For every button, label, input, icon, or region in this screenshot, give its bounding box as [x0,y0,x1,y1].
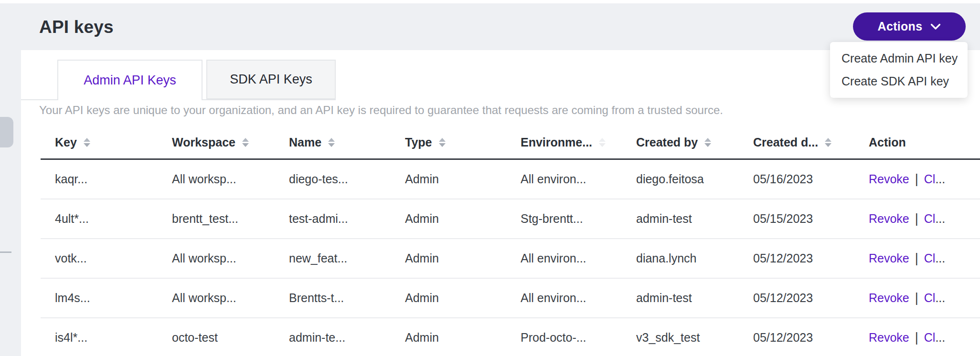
tab-admin-api-keys[interactable]: Admin API Keys [57,60,202,100]
column-header-type[interactable]: Type [391,126,506,158]
revoke-link[interactable]: Revoke [869,291,909,305]
column-header-label: Workspace [172,136,235,149]
table-row: 4ult*... brentt_test... test-admi... Adm… [41,199,980,239]
column-header-label: Created by [636,136,698,149]
cell-key: votk... [41,239,158,278]
tab-label: Admin API Keys [84,73,176,88]
cell-type: Admin [391,318,506,356]
table-row: is4l*... octo-test admin-te... Admin Pro… [41,318,980,356]
cell-action: Revoke | Cl ... [854,239,980,278]
column-header-label: Type [405,136,432,149]
tab-bar: Admin API Keys SDK API Keys [21,60,336,100]
cell-created-by: admin-test [622,279,739,317]
page-title: API keys [39,17,114,37]
column-header-action: Action [854,126,980,158]
revoke-link[interactable]: Revoke [869,251,909,265]
sort-icon[interactable] [825,138,831,147]
column-header-key[interactable]: Key [41,126,158,158]
actions-menu: Create Admin API keyCreate SDK API key [830,42,968,98]
cell-key: lm4s... [41,279,158,317]
tab-label: SDK API Keys [230,72,312,87]
revoke-link[interactable]: Revoke [869,172,909,186]
cell-name: diego-tes... [275,160,391,199]
clone-link[interactable]: Cl [924,251,936,265]
column-header-environme[interactable]: Environme... [506,126,622,158]
column-header-created-by[interactable]: Created by [622,126,739,158]
tab-sdk-api-keys[interactable]: SDK API Keys [206,60,336,99]
scrollbar-thumb[interactable] [0,117,13,147]
clone-link[interactable]: Cl [924,291,936,305]
menu-item-label: Create Admin API key [842,52,958,65]
cell-type: Admin [391,279,506,317]
clone-ellipsis: ... [935,291,945,305]
cell-environment: Stg-brentt... [506,199,622,238]
clone-ellipsis: ... [935,251,945,265]
action-separator: | [915,330,918,345]
cell-name: test-admi... [275,199,391,238]
column-header-label: Action [869,136,906,149]
menu-item-create-admin-api-key[interactable]: Create Admin API key [830,47,968,70]
column-header-workspace[interactable]: Workspace [158,126,275,158]
cell-environment: Prod-octo-... [506,318,622,356]
action-separator: | [915,172,918,187]
column-header-created-d[interactable]: Created d... [739,126,854,158]
menu-item-create-sdk-api-key[interactable]: Create SDK API key [830,70,968,93]
cell-name: Brentts-t... [275,279,391,317]
cell-workspace: brentt_test... [158,199,275,238]
api-keys-table: Key Workspace Name Type Environme... Cre… [41,126,980,356]
cell-workspace: All worksp... [158,160,275,199]
menu-item-label: Create SDK API key [842,74,949,88]
cell-created-date: 05/12/2023 [739,239,854,278]
cell-workspace: All worksp... [158,239,275,278]
left-edge-divider [0,251,11,253]
cell-type: Admin [391,199,506,238]
sort-icon[interactable] [439,138,446,147]
cell-key: 4ult*... [41,199,158,238]
action-separator: | [915,251,918,266]
clone-link[interactable]: Cl [924,172,936,186]
cell-action: Revoke | Cl ... [854,318,980,356]
cell-action: Revoke | Cl ... [854,160,980,199]
revoke-link[interactable]: Revoke [869,331,909,345]
sort-icon[interactable] [704,138,711,147]
cell-created-date: 05/12/2023 [739,318,854,356]
clone-ellipsis: ... [935,331,945,345]
cell-action: Revoke | Cl ... [854,279,980,317]
cell-type: Admin [391,239,506,278]
clone-ellipsis: ... [935,172,945,186]
table-body: kaqr... All worksp... diego-tes... Admin… [41,160,980,356]
action-separator: | [915,291,918,305]
column-header-label: Key [55,136,77,149]
cell-created-by: v3_sdk_test [622,318,739,356]
actions-button-label: Actions [878,20,923,33]
sort-icon[interactable] [84,138,90,147]
table-header-row: Key Workspace Name Type Environme... Cre… [41,126,980,160]
clone-link[interactable]: Cl [924,331,936,345]
cell-name: admin-te... [275,318,391,356]
clone-ellipsis: ... [935,212,945,226]
column-header-label: Name [289,136,321,149]
cell-action: Revoke | Cl ... [854,199,980,238]
cell-environment: All environ... [506,279,622,317]
sort-icon[interactable] [328,138,335,147]
sort-icon[interactable] [242,138,249,147]
sort-icon[interactable] [599,138,606,147]
cell-environment: All environ... [506,160,622,199]
cell-environment: All environ... [506,239,622,278]
column-header-label: Created d... [753,136,818,149]
column-header-name[interactable]: Name [275,126,391,158]
revoke-link[interactable]: Revoke [869,212,909,226]
actions-button[interactable]: Actions [853,12,966,41]
cell-created-by: diana.lynch [622,239,739,278]
chevron-down-icon [930,23,941,30]
cell-created-by: admin-test [622,199,739,238]
table-row: lm4s... All worksp... Brentts-t... Admin… [41,279,980,318]
cell-workspace: All worksp... [158,279,275,317]
table-row: votk... All worksp... new_feat... Admin … [41,239,980,279]
cell-created-date: 05/16/2023 [739,160,854,199]
column-header-label: Environme... [521,136,592,149]
cell-key: is4l*... [41,318,158,356]
cell-created-by: diego.feitosa [622,160,739,199]
api-keys-description: Your API keys are unique to your organiz… [39,104,723,117]
clone-link[interactable]: Cl [924,212,936,226]
